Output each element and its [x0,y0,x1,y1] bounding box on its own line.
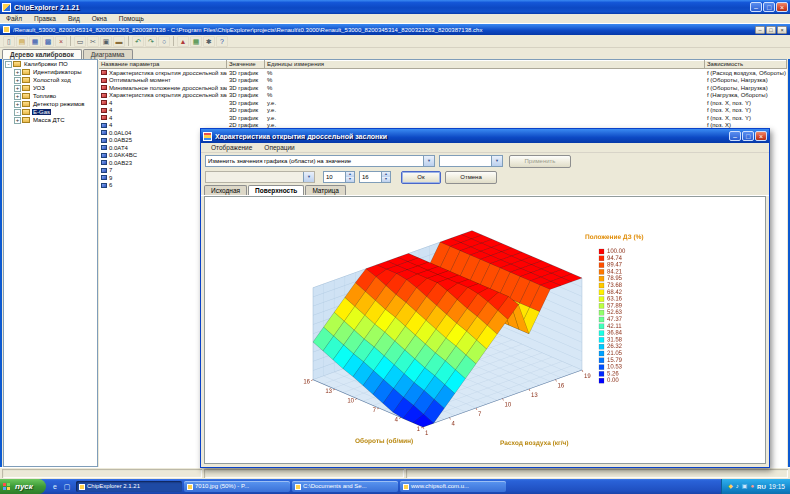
table-row[interactable]: Характеристика открытия дроссельной засл… [99,69,787,77]
chevron-down-icon[interactable]: ▼ [491,156,502,166]
main-titlebar[interactable]: ChipExplorer 2.1.21 – □ × [0,0,790,14]
dialog-menu-item-1[interactable]: Операции [258,144,300,151]
doc-minimize-button[interactable]: – [755,26,765,34]
language-indicator[interactable]: RU [757,484,766,490]
surface-plot-canvas[interactable] [205,197,766,464]
param-name: 0.0AB25 [109,137,132,143]
folder-icon [13,61,21,67]
value-combobox[interactable]: ▼ [439,155,503,167]
tree-item-4[interactable]: +Детектор режимов [4,100,97,108]
menu-item-3[interactable]: Окна [86,15,113,22]
tray-shield-icon[interactable]: ● [750,479,754,494]
tree-root[interactable]: -Калибровки ПО [4,60,97,68]
tree-item-1[interactable]: +Холостой ход [4,76,97,84]
view-tab-0[interactable]: Дерево калибровок [2,49,82,59]
spin-down-icon[interactable]: ▼ [382,177,390,182]
table-row[interactable]: 43D графику.е.f (поз. X, поз. Y) [99,107,787,115]
table-row[interactable]: Характеристика открытия дроссельной засл… [99,92,787,100]
menu-item-0[interactable]: Файл [0,15,28,22]
surface-chart-panel [204,196,766,464]
maximize-button[interactable]: □ [763,2,775,12]
save-icon[interactable]: ▦ [29,36,41,47]
tree-item-2[interactable]: +УОЗ [4,84,97,92]
taskbar-clock[interactable]: 19:15 [769,483,785,490]
dialog-titlebar[interactable]: Характеристика открытия дроссельной засл… [201,129,769,143]
view-tab-1[interactable]: Диаграмма [83,49,133,59]
cancel-button[interactable]: Отмена [445,171,497,184]
column-spinner[interactable]: 10 ▲▼ [323,171,355,183]
save-all-icon[interactable]: ▩ [42,36,54,47]
column-header-0[interactable]: Название параметра [99,60,227,68]
close-button[interactable]: × [776,2,788,12]
taskbar-task-3[interactable]: www.chipsoft.com.u... [400,481,506,492]
dialog-tab-2[interactable]: Матрица [305,185,346,195]
start-button[interactable]: пуск [0,479,46,494]
taskbar-task-2[interactable]: C:\Documents and Se... [292,481,398,492]
expand-icon[interactable]: + [14,101,21,108]
settings-icon[interactable]: ✱ [203,36,215,47]
tray-network-icon[interactable]: ▣ [742,479,748,494]
dialog-maximize-button[interactable]: □ [742,131,754,141]
doc-close-button[interactable]: × [777,26,787,34]
tree-item-5[interactable]: -E-Gas [4,108,97,116]
column-header-1[interactable]: Значение [227,60,265,68]
table-icon[interactable]: ▦ [190,36,202,47]
column-header-3[interactable]: Зависимость [705,60,787,68]
cut-icon[interactable]: ✂ [87,36,99,47]
table-row[interactable]: Оптимальный момент3D график%f (Обороты, … [99,77,787,85]
collapse-icon[interactable]: - [5,61,12,68]
tree-item-0[interactable]: +Идентификаторы [4,68,97,76]
expand-icon[interactable]: + [14,93,21,100]
menu-item-1[interactable]: Правка [28,15,62,22]
menu-item-4[interactable]: Помощь [113,15,150,22]
open-folder-icon[interactable]: ▤ [16,36,28,47]
row-spinner[interactable]: 16 ▲▼ [359,171,391,183]
expand-icon[interactable]: + [14,69,21,76]
redo-icon[interactable]: ↷ [145,36,157,47]
doc-restore-button[interactable]: □ [766,26,776,34]
copy-icon[interactable]: ▣ [100,36,112,47]
chevron-down-icon[interactable]: ▼ [423,156,434,166]
undo-icon[interactable]: ↶ [132,36,144,47]
dialog-close-button[interactable]: × [755,131,767,141]
spinner-arrows[interactable]: ▲▼ [381,172,390,182]
paste-icon[interactable]: ▬ [113,36,125,47]
quick-launch-desktop-icon[interactable]: ▢ [62,481,72,492]
type-combobox[interactable]: ▼ [205,171,315,183]
ok-button[interactable]: Ок [401,171,441,184]
new-file-icon[interactable]: ▯ [3,36,15,47]
spin-down-icon[interactable]: ▼ [346,177,354,182]
operation-combobox[interactable]: Изменить значения графика (области) на з… [205,155,435,167]
help-icon[interactable]: ? [216,36,228,47]
collapse-icon[interactable]: - [14,109,21,116]
search-icon[interactable]: ○ [158,36,170,47]
dialog-tab-1[interactable]: Поверхность [248,185,304,195]
quick-launch-ie-icon[interactable]: e [50,481,60,492]
tree-item-3[interactable]: +Топливо [4,92,97,100]
print-icon[interactable]: ▭ [74,36,86,47]
chevron-down-icon[interactable]: ▼ [303,172,314,182]
expand-icon[interactable]: + [14,85,21,92]
table-row[interactable]: Минимальное положение дроссельной заслон… [99,84,787,92]
dialog-controls: – □ × [729,131,767,141]
spinner-arrows[interactable]: ▲▼ [345,172,354,182]
close-file-icon[interactable]: × [55,36,67,47]
dialog-tab-0[interactable]: Исходная [204,185,247,195]
tray-volume-icon[interactable]: ♪ [736,479,739,494]
tray-agent-icon[interactable]: ◆ [728,479,733,494]
document-titlebar[interactable]: /Renault_53000_8200345314_8200321263_820… [0,24,790,35]
dialog-menu-item-0[interactable]: Отображение [205,144,258,151]
table-row[interactable]: 43D графику.е.f (поз. X, поз. Y) [99,99,787,107]
apply-button[interactable]: Применить [509,155,571,168]
chart-icon[interactable]: ▲ [177,36,189,47]
table-row[interactable]: 43D графику.е.f (поз. X, поз. Y) [99,114,787,122]
dialog-minimize-button[interactable]: – [729,131,741,141]
column-header-2[interactable]: Единицы измерения [265,60,705,68]
expand-icon[interactable]: + [14,77,21,84]
expand-icon[interactable]: + [14,117,21,124]
taskbar-task-0[interactable]: ChipExplorer 2.1.21 [76,481,182,492]
minimize-button[interactable]: – [750,2,762,12]
menu-item-2[interactable]: Вид [62,15,86,22]
taskbar-task-1[interactable]: 7010.jpg (50%) - P... [184,481,290,492]
tree-item-6[interactable]: +Масса ДТС [4,116,97,124]
